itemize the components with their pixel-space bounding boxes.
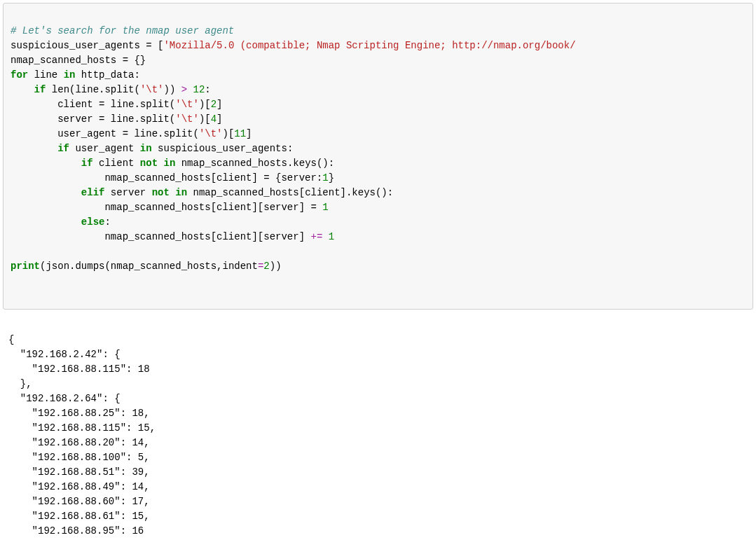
code-token: ) (164, 84, 170, 95)
code-number: 1 (322, 172, 328, 184)
code-keyword: in (140, 143, 152, 154)
code-token: ) (275, 261, 281, 272)
code-comment: # Let's search for the nmap user agent (11, 25, 234, 36)
code-token (187, 187, 193, 198)
code-token: dumps (75, 261, 104, 272)
code-token (93, 158, 99, 169)
output-line: "192.168.88.115": 18 (8, 364, 150, 375)
code-token: nmap_scanned_hosts (181, 158, 287, 169)
code-string: '\t' (175, 99, 199, 110)
code-keyword: not (140, 158, 158, 169)
code-keyword: if (34, 84, 46, 95)
output-line: "192.168.88.20": 14, (8, 437, 150, 448)
code-indent (11, 84, 34, 95)
code-string: '\t' (199, 128, 223, 139)
code-token: http_data: (81, 69, 140, 81)
code-token (75, 69, 81, 81)
code-content: # Let's search for the nmap user agent s… (11, 24, 745, 274)
code-token: split (163, 128, 193, 139)
output-line: "192.168.88.61": 15, (8, 511, 150, 522)
code-token: ] (246, 128, 252, 139)
code-token: ( (193, 128, 198, 139)
code-token: user_agent (75, 143, 139, 154)
code-token: [ (205, 99, 210, 110)
code-op: > (175, 84, 193, 95)
output-line: "192.168.88.100": 5, (8, 452, 150, 463)
code-token: ) (270, 261, 275, 272)
code-indent (11, 113, 57, 125)
code-token: split (104, 84, 134, 95)
code-token (28, 69, 34, 81)
code-string: 'Mozilla/5.0 (compatible; Nmap Scripting… (163, 40, 575, 51)
code-keyword: if (57, 143, 69, 154)
code-number: 1 (329, 231, 334, 242)
code-token (175, 158, 181, 169)
code-string: '\t' (175, 113, 199, 125)
output-line: "192.168.88.115": 15, (8, 422, 156, 434)
code-keyword: elif (81, 187, 105, 198)
code-keyword: not (152, 187, 170, 198)
code-indent (11, 128, 57, 139)
output-line: "192.168.88.25": 18, (8, 408, 150, 419)
code-number: 2 (211, 99, 217, 110)
code-indent (11, 187, 81, 198)
code-token: server (111, 187, 152, 198)
code-token: : (104, 216, 110, 228)
code-token: split (140, 113, 170, 125)
code-keyword: print (11, 261, 40, 272)
code-token: . (134, 99, 139, 110)
code-indent (11, 202, 104, 213)
code-keyword: in (64, 69, 76, 81)
output-line: }, (8, 378, 32, 389)
code-token: nmap_scanned_hosts[client][server] (104, 231, 305, 242)
output-line: "192.168.88.60": 17, (8, 496, 150, 507)
code-number: 1 (322, 202, 328, 213)
code-token: ( (170, 99, 175, 110)
output-line: "192.168.2.64": { (8, 393, 121, 404)
code-keyword: else (81, 216, 105, 228)
code-token: ( (104, 261, 110, 272)
code-token: line (75, 84, 99, 95)
code-op: += (305, 231, 329, 242)
code-token (152, 143, 158, 154)
code-token: ] (217, 99, 222, 110)
code-token: ( (170, 113, 175, 125)
code-token: nmap_scanned_hosts[client][server] = (104, 202, 322, 213)
code-string: '\t' (140, 84, 164, 95)
code-indent (11, 99, 57, 110)
code-token: .keys(): (287, 158, 334, 169)
output-line: "192.168.88.95": 16 (8, 525, 144, 536)
code-number: 12 (193, 84, 205, 95)
code-keyword: in (163, 158, 175, 169)
code-token: client = line (57, 99, 134, 110)
code-token: = (140, 40, 158, 51)
output-line: { (8, 334, 14, 345)
code-token: suspicious_user_agents (11, 40, 140, 51)
code-token (104, 187, 110, 198)
code-token: server = line (57, 113, 134, 125)
code-indent (11, 158, 81, 169)
code-token (46, 84, 51, 95)
code-keyword: if (81, 158, 93, 169)
code-output-cell: { "192.168.2.42": { "192.168.88.115": 18… (0, 312, 756, 540)
code-number: 11 (234, 128, 246, 139)
output-line: "192.168.88.51": 39, (8, 466, 150, 478)
output-line: "192.168.88.49": 14, (8, 481, 150, 492)
output-line: "192.168.2.42": { (8, 349, 121, 360)
code-token: client (99, 158, 140, 169)
output-content: { "192.168.2.42": { "192.168.88.115": 18… (8, 333, 749, 540)
code-token: [ (205, 113, 210, 125)
code-token: len (52, 84, 69, 95)
code-token: nmap_scanned_hosts,indent (111, 261, 258, 272)
code-input-cell[interactable]: # Let's search for the nmap user agent s… (3, 3, 753, 310)
code-token: nmap_scanned_hosts[client] = {server: (104, 172, 322, 184)
code-indent (11, 216, 81, 228)
code-number: 2 (263, 261, 269, 272)
code-token (57, 69, 63, 81)
code-indent (11, 172, 104, 184)
code-token: nmap_scanned_hosts (11, 55, 116, 66)
code-indent (11, 231, 104, 242)
code-token: nmap_scanned_hosts[client] (193, 187, 346, 198)
code-token: ) (222, 128, 228, 139)
code-token: } (329, 172, 334, 184)
